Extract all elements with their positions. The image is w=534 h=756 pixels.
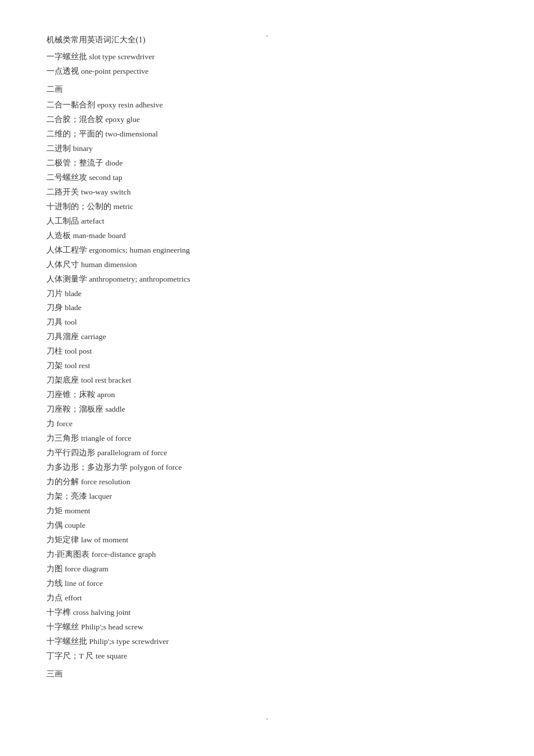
- list-item: 刀座鞍；溜板座 saddle: [46, 402, 488, 417]
- list-item: 刀具 tool: [46, 315, 488, 330]
- list-item: 力 force: [46, 417, 488, 431]
- dot-bottom: ·: [266, 715, 268, 724]
- list-item: 力图 force diagram: [46, 562, 488, 577]
- list-item: 一字螺丝批 slot type screwdriver: [46, 50, 488, 64]
- list-item: 刀柱 tool post: [46, 344, 488, 359]
- list-item: 丁字尺；T 尺 tee square: [46, 649, 488, 664]
- list-item: 人体尺寸 human dimension: [46, 258, 488, 272]
- list-item: 力点 effort: [46, 591, 488, 606]
- list-item: 人造板 man-made board: [46, 229, 488, 243]
- list-item: 二画: [46, 82, 488, 97]
- list-item: 刀片 blade: [46, 287, 488, 301]
- list-item: 一点透视 one-point perspective: [46, 64, 488, 79]
- list-item: 力-距离图表 force-distance graph: [46, 548, 488, 562]
- list-item: 二合胶；混合胶 epoxy glue: [46, 113, 488, 127]
- list-item: 力平行四边形 parallelogram of force: [46, 446, 488, 460]
- list-item: 二极管；整流子 diode: [46, 156, 488, 171]
- list-item: 人体工程学 ergonomics; human engineering: [46, 243, 488, 258]
- list-item: 力架；亮漆 lacquer: [46, 489, 488, 504]
- list-item: 二维的；平面的 two-dimensional: [46, 127, 488, 142]
- list-item: 二进制 binary: [46, 142, 488, 156]
- list-item: 人工制品 artefact: [46, 214, 488, 229]
- list-item: 力矩定律 law of moment: [46, 533, 488, 548]
- list-item: 刀具溜座 carriage: [46, 330, 488, 344]
- list-item: 刀架 tool rest: [46, 359, 488, 373]
- list-item: 力的分解 force resolution: [46, 475, 488, 489]
- list-item: 十字螺丝 Philip';s head screw: [46, 620, 488, 635]
- dot-top: ·: [266, 32, 268, 41]
- list-item: 力线 line of force: [46, 577, 488, 591]
- list-item: 十字榫 cross halving joint: [46, 606, 488, 620]
- list-item: 力矩 moment: [46, 504, 488, 519]
- list-item: 十进制的；公制的 metric: [46, 200, 488, 214]
- list-item: 二合一黏合剂 epoxy resin adhesive: [46, 98, 488, 113]
- list-item: 刀座锥；床鞍 apron: [46, 388, 488, 402]
- list-item: 三画: [46, 667, 488, 682]
- list-item: 二号螺丝攻 second tap: [46, 171, 488, 185]
- list-item: 力三角形 triangle of force: [46, 431, 488, 446]
- list-item: 十字螺丝批 Philip';s type screwdriver: [46, 635, 488, 649]
- list-item: 刀架底座 tool rest bracket: [46, 373, 488, 388]
- list-item: 二路开关 two-way switch: [46, 185, 488, 200]
- list-item: 人体测量学 anthropometry; anthropometrics: [46, 272, 488, 287]
- list-item: 力偶 couple: [46, 519, 488, 533]
- list-item: 刀身 blade: [46, 301, 488, 315]
- list-item: 力多边形；多边形力学 polygon of force: [46, 460, 488, 475]
